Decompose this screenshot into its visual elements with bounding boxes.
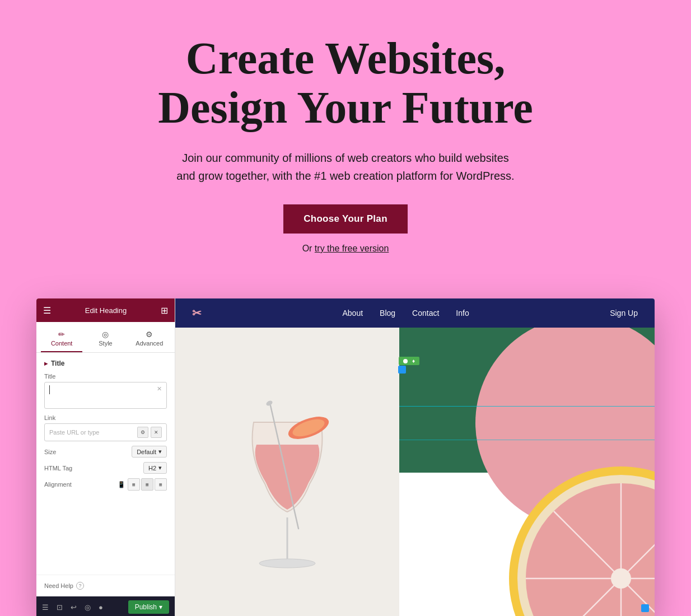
free-version-row: Or try the free version: [11, 244, 680, 254]
preview-left: [175, 328, 399, 616]
html-tag-row: HTML Tag H2 ▾: [44, 462, 167, 474]
hero-title: Create Websites, Design Your Future: [11, 34, 680, 132]
toolbar-dot-icon[interactable]: ●: [99, 603, 103, 612]
size-value: Default: [137, 449, 156, 455]
html-tag-label: HTML Tag: [44, 465, 143, 472]
panel-tabs: ✏ Content ◎ Style ⚙ Advanced: [36, 322, 175, 353]
panel-topbar: ☰ Edit Heading ⊞: [36, 298, 175, 322]
edit-topbar-text: ♦: [412, 358, 415, 364]
title-cursor: [49, 385, 50, 394]
tab-style-label: Style: [99, 340, 112, 347]
html-tag-select[interactable]: H2 ▾: [143, 462, 167, 474]
alignment-buttons: ≡ ≡ ≡: [128, 478, 167, 491]
toolbar-responsive-icon[interactable]: ⊡: [57, 603, 63, 612]
free-version-link[interactable]: try the free version: [315, 244, 389, 253]
choose-plan-button[interactable]: Choose Your Plan: [283, 204, 408, 234]
svg-point-1: [259, 559, 315, 568]
selection-line-h1: [399, 406, 655, 407]
navbar-signup[interactable]: Sign Up: [610, 309, 638, 318]
toolbar-undo-icon[interactable]: ↩: [71, 603, 77, 612]
tab-style[interactable]: ◎ Style: [85, 326, 126, 352]
panel-topbar-title: Edit Heading: [85, 306, 127, 315]
size-select[interactable]: Default ▾: [132, 446, 167, 458]
panel-bottom-toolbar: ☰ ⊡ ↩ ◎ ● Publish ▾: [36, 596, 175, 616]
style-tab-icon: ◎: [102, 330, 109, 339]
link-field-label: Link: [44, 414, 167, 421]
need-help-section: Need Help ?: [36, 575, 175, 596]
link-icons: ⚙ ✕: [137, 427, 162, 438]
navbar-links: About Blog Contact Info: [342, 309, 469, 318]
align-center-button[interactable]: ≡: [141, 478, 153, 491]
link-placeholder: Paste URL or type: [49, 429, 99, 436]
link-settings-icon[interactable]: ⚙: [137, 427, 148, 438]
edit-topbar-dot: [403, 359, 408, 363]
section-title: Title: [44, 360, 167, 367]
editor-panel: ☰ Edit Heading ⊞ ✏ Content ◎ Style ⚙ Adv…: [36, 298, 175, 616]
editor-preview: ✂ About Blog Contact Info Sign Up: [175, 298, 655, 616]
edit-topbar: ♦: [399, 357, 419, 365]
navbar-contact[interactable]: Contact: [412, 309, 439, 318]
html-tag-value: H2: [148, 465, 156, 472]
size-row: Size Default ▾: [44, 446, 167, 458]
html-tag-chevron: ▾: [158, 464, 162, 472]
advanced-tab-icon: ⚙: [146, 330, 153, 339]
publish-button[interactable]: Publish ▾: [128, 600, 169, 614]
align-right-button[interactable]: ≡: [155, 478, 167, 491]
preview-navbar: ✂ About Blog Contact Info Sign Up: [175, 298, 655, 328]
hero-section: Create Websites, Design Your Future Join…: [0, 0, 691, 298]
panel-grid-icon[interactable]: ⊞: [161, 305, 168, 316]
publish-chevron: ▾: [159, 603, 162, 611]
help-icon[interactable]: ?: [76, 582, 84, 590]
alignment-responsive-icon: 📱: [118, 481, 125, 488]
title-field-label: Title: [44, 373, 167, 380]
preview-right: [399, 328, 655, 616]
size-label: Size: [44, 449, 132, 455]
selection-overlay: [399, 328, 655, 616]
toolbar-menu-icon[interactable]: ☰: [42, 603, 49, 612]
hero-subtitle: Join our community of millions of web cr…: [172, 149, 519, 185]
alignment-label: Alignment: [44, 481, 118, 488]
tab-advanced[interactable]: ⚙ Advanced: [129, 326, 170, 352]
editor-container: ☰ Edit Heading ⊞ ✏ Content ◎ Style ⚙ Adv…: [36, 298, 655, 616]
navbar-about[interactable]: About: [342, 309, 363, 318]
toolbar-eye-icon[interactable]: ◎: [85, 603, 91, 612]
navbar-logo: ✂: [192, 306, 202, 320]
publish-label: Publish: [135, 603, 157, 611]
tab-content[interactable]: ✏ Content: [41, 326, 82, 352]
toolbar-icons: ☰ ⊡ ↩ ◎ ●: [42, 603, 103, 612]
content-tab-icon: ✏: [58, 330, 65, 339]
tab-content-label: Content: [51, 340, 73, 347]
navbar-blog[interactable]: Blog: [380, 309, 395, 318]
panel-menu-icon[interactable]: ☰: [43, 305, 51, 316]
preview-content: ♦: [175, 328, 655, 616]
selection-line-h2: [399, 440, 655, 440]
size-chevron: ▾: [158, 448, 162, 455]
need-help-text: Need Help: [44, 582, 73, 589]
title-input[interactable]: ✕: [44, 382, 167, 409]
panel-body: Title Title ✕ Link Paste URL or type ⚙ ✕…: [36, 353, 175, 575]
link-remove-icon[interactable]: ✕: [151, 427, 162, 438]
navbar-info[interactable]: Info: [456, 309, 469, 318]
cocktail-glass-svg: [220, 355, 354, 590]
title-clear-icon[interactable]: ✕: [157, 385, 162, 393]
svg-point-5: [265, 400, 273, 407]
alignment-row: Alignment 📱 ≡ ≡ ≡: [44, 478, 167, 491]
link-input[interactable]: Paste URL or type ⚙ ✕: [44, 423, 167, 441]
resize-handle-br[interactable]: [641, 604, 649, 612]
align-left-button[interactable]: ≡: [128, 478, 140, 491]
edit-resize-handle[interactable]: [398, 366, 406, 374]
tab-advanced-label: Advanced: [136, 340, 163, 347]
